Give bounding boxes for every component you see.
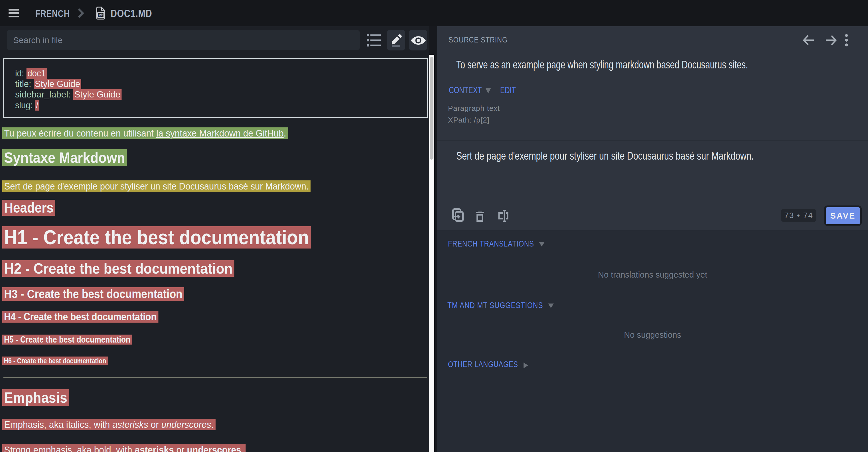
svg-text:M: M [98,13,101,18]
